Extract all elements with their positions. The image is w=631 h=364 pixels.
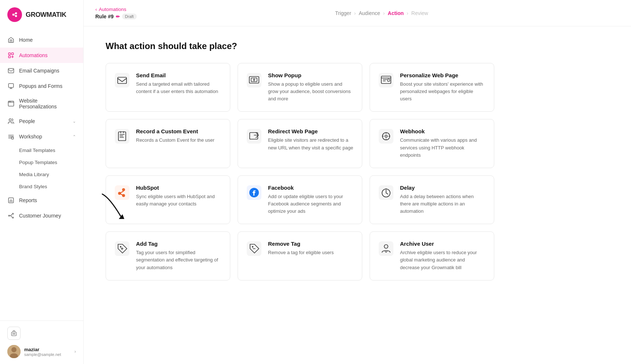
user-chevron-icon[interactable]: › xyxy=(74,349,76,354)
main-panel: ‹ Automations Rule #9 ✏ Draft Trigger › … xyxy=(84,0,631,364)
content-area: What action should take place? Send Emai… xyxy=(84,26,631,364)
workshop-submenu: Email Templates Popup Templates Media Li… xyxy=(0,144,83,193)
sidebar-item-popup-templates[interactable]: Popup Templates xyxy=(19,156,83,168)
sidebar-nav: Home Automations Email Campaigns Popups … xyxy=(0,29,83,320)
card-facebook-body: Facebook Add or update eligible users to… xyxy=(268,185,354,215)
bot-icon[interactable] xyxy=(7,327,21,340)
card-show-popup[interactable]: Show Popup Show a popup to eligible user… xyxy=(238,63,362,112)
card-record-custom-event-title: Record a Custom Event xyxy=(136,128,222,134)
sidebar-item-customer-journey-label: Customer Journey xyxy=(19,213,76,219)
sidebar-item-reports[interactable]: Reports xyxy=(0,193,83,208)
card-delay-title: Delay xyxy=(400,185,486,191)
personalize-icon xyxy=(378,72,394,88)
card-delay-desc: Add a delay between actions when there a… xyxy=(400,193,486,215)
workshop-icon xyxy=(7,133,15,140)
user-name: maziar xyxy=(24,347,71,352)
sidebar-item-email-campaigns[interactable]: Email Campaigns xyxy=(0,63,83,78)
card-add-tag[interactable]: Add Tag Tag your users for simplified se… xyxy=(106,231,230,280)
sidebar-item-home[interactable]: Home xyxy=(0,32,83,48)
card-remove-tag[interactable]: Remove Tag Remove a tag for eligible use… xyxy=(238,231,362,280)
card-send-email-desc: Send a targeted email with tailored cont… xyxy=(136,81,222,95)
card-archive-user-desc: Archive eligible users to reduce your gl… xyxy=(400,249,486,271)
app-name: GROWMATIK xyxy=(26,11,66,19)
action-cards-grid: Send Email Send a targeted email with ta… xyxy=(106,63,494,281)
card-webhook[interactable]: Webhook Communicate with various apps an… xyxy=(370,119,494,168)
sidebar-item-website-personalizations[interactable]: Website Personalizations xyxy=(0,94,83,114)
remove-tag-icon xyxy=(246,241,262,257)
svg-rect-31 xyxy=(115,129,129,144)
breadcrumbs: Trigger › Audience › Action › Review xyxy=(144,10,619,16)
svg-rect-23 xyxy=(115,73,129,88)
sidebar-item-popups-forms[interactable]: Popups and Forms xyxy=(0,78,83,94)
edit-rule-icon[interactable]: ✏ xyxy=(116,14,120,19)
card-remove-tag-title: Remove Tag xyxy=(268,241,354,247)
automations-icon xyxy=(7,52,15,59)
sidebar-item-reports-label: Reports xyxy=(19,197,76,203)
breadcrumb-trigger-label: Trigger xyxy=(335,10,351,16)
card-record-custom-event-desc: Records a Custom Event for the user xyxy=(136,137,222,144)
card-hubspot-desc: Sync eligible users with HubSpot and eas… xyxy=(136,193,222,208)
people-icon xyxy=(7,118,15,125)
card-send-email-title: Send Email xyxy=(136,72,222,78)
card-personalize-web-page-body: Personalize Web Page Boost your site vis… xyxy=(400,72,486,103)
svg-rect-12 xyxy=(12,137,14,139)
user-profile-row[interactable]: maziar sample@sample.net › xyxy=(7,345,76,358)
card-personalize-web-page-desc: Boost your site visitors' experience wit… xyxy=(400,81,486,103)
breadcrumb-review[interactable]: Review xyxy=(411,10,428,16)
breadcrumb-audience[interactable]: Audience xyxy=(359,10,380,16)
sidebar-item-brand-styles[interactable]: Brand Styles xyxy=(19,181,83,193)
back-label: Automations xyxy=(99,7,126,12)
sidebar-item-email-campaigns-label: Email Campaigns xyxy=(19,68,76,74)
card-delay[interactable]: Delay Add a delay between actions when t… xyxy=(370,175,494,224)
svg-rect-8 xyxy=(8,68,14,73)
card-archive-user[interactable]: Archive User Archive eligible users to r… xyxy=(370,231,494,280)
card-webhook-body: Webhook Communicate with various apps an… xyxy=(400,128,486,159)
user-info: maziar sample@sample.net xyxy=(24,347,71,357)
card-redirect-web-page[interactable]: Redirect Web Page Eligible site visitors… xyxy=(238,119,362,168)
sidebar-item-customer-journey[interactable]: Customer Journey xyxy=(0,208,83,223)
back-to-automations-link[interactable]: ‹ Automations xyxy=(95,7,137,12)
breadcrumb-trigger[interactable]: Trigger xyxy=(335,10,351,16)
hubspot-icon xyxy=(114,185,130,201)
breadcrumb-arrow-3: › xyxy=(407,10,408,16)
svg-line-3 xyxy=(14,14,15,14)
card-hubspot-body: HubSpot Sync eligible users with HubSpot… xyxy=(136,185,222,208)
card-redirect-web-page-desc: Eligible site visitors are redirected to… xyxy=(268,137,354,151)
sidebar-item-media-library[interactable]: Media Library xyxy=(19,168,83,181)
redirect-icon xyxy=(246,128,262,144)
svg-point-1 xyxy=(15,12,17,15)
breadcrumb-action-label: Action xyxy=(388,10,404,16)
svg-rect-6 xyxy=(12,53,14,55)
sidebar-item-email-templates[interactable]: Email Templates xyxy=(19,144,83,156)
svg-rect-7 xyxy=(8,56,10,58)
card-delay-body: Delay Add a delay between actions when t… xyxy=(400,185,486,215)
svg-rect-28 xyxy=(379,73,393,88)
send-email-icon xyxy=(114,72,130,88)
sidebar-item-automations-label: Automations xyxy=(19,52,76,58)
breadcrumb-action[interactable]: Action xyxy=(388,10,404,16)
delay-icon xyxy=(378,185,394,201)
card-record-custom-event[interactable]: Record a Custom Event Records a Custom E… xyxy=(106,119,230,168)
sidebar-item-automations[interactable]: Automations xyxy=(0,48,83,63)
svg-rect-33 xyxy=(247,129,261,144)
svg-rect-9 xyxy=(8,83,14,88)
sidebar-bottom: maziar sample@sample.net › xyxy=(0,320,83,364)
card-personalize-web-page[interactable]: Personalize Web Page Boost your site vis… xyxy=(370,63,494,112)
svg-rect-54 xyxy=(379,241,393,256)
svg-marker-44 xyxy=(119,214,124,219)
reports-icon xyxy=(7,197,15,204)
card-hubspot[interactable]: HubSpot Sync eligible users with HubSpot… xyxy=(106,175,230,224)
logo: GROWMATIK xyxy=(0,0,83,29)
rule-title-row: Rule #9 ✏ Draft xyxy=(95,14,137,19)
card-facebook[interactable]: Facebook Add or update eligible users to… xyxy=(238,175,362,224)
card-webhook-title: Webhook xyxy=(400,128,486,134)
svg-rect-17 xyxy=(11,332,16,336)
card-hubspot-title: HubSpot xyxy=(136,185,222,191)
svg-point-16 xyxy=(12,217,14,218)
svg-point-15 xyxy=(12,213,14,214)
sidebar-item-workshop[interactable]: Workshop ⌃ xyxy=(0,129,83,144)
card-facebook-title: Facebook xyxy=(268,185,354,191)
card-archive-user-title: Archive User xyxy=(400,241,486,247)
sidebar-item-people[interactable]: People ⌄ xyxy=(0,114,83,129)
card-send-email[interactable]: Send Email Send a targeted email with ta… xyxy=(106,63,230,112)
